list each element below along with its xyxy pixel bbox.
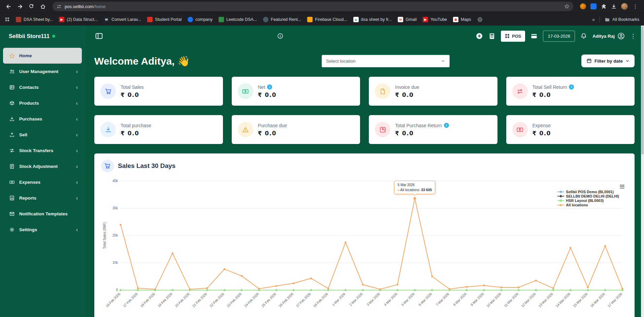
address-bar[interactable]: pos.sellbii.com/home <box>53 2 573 11</box>
svg-text:25 Feb 2026: 25 Feb 2026 <box>261 292 277 308</box>
sidebar-item-products[interactable]: Products‹ <box>3 95 82 111</box>
sidebar-item-purchases[interactable]: Purchases‹ <box>3 111 82 127</box>
location-select[interactable]: Select location <box>322 55 450 67</box>
forward-button[interactable] <box>15 1 25 11</box>
date-display[interactable]: 17-03-2026 <box>543 31 575 42</box>
sidebar-item-expenses[interactable]: Expenses‹ <box>3 174 82 190</box>
bookmarks-overflow-chevron[interactable]: » <box>592 17 595 22</box>
stat-label: Total Sales <box>121 84 143 90</box>
home-button[interactable] <box>38 1 48 11</box>
drive-favicon: ▲ <box>353 17 359 22</box>
chevron-collapsed-icon: ‹ <box>76 84 78 91</box>
legend-label: HSR Layout (BL0003) <box>566 199 604 203</box>
browser-menu-icon[interactable]: ⋮ <box>632 3 639 9</box>
profile-avatar[interactable] <box>621 3 628 10</box>
folder-icon <box>605 17 610 22</box>
chevron-collapsed-icon: ‹ <box>76 179 78 185</box>
bookmark-item-firebase-cloud[interactable]: Firebase Cloud... <box>307 17 347 22</box>
bookmark-item-featured-rent[interactable]: Featured Rent... <box>263 17 301 22</box>
svg-text:5 Mar 2026: 5 Mar 2026 <box>400 292 415 307</box>
bookmark-star-icon[interactable] <box>562 2 571 11</box>
sidebar-item-reports[interactable]: Reports‹ <box>3 190 82 206</box>
legend-marker-icon <box>557 195 564 198</box>
filter-by-date-button[interactable]: Filter by date <box>581 55 635 67</box>
sidebar-item-stock-adjustment[interactable]: Stock Adjustment‹ <box>3 158 82 174</box>
gmail-favicon: M <box>398 17 403 22</box>
stat-card-total-sales: Total Sales₹ 0.0 <box>94 77 223 106</box>
reload-button[interactable] <box>26 1 36 11</box>
bookmark-item[interactable] <box>477 17 483 22</box>
stat-value: ₹ 0.0 <box>395 130 449 137</box>
legend-item-all-locations[interactable]: All locations <box>557 203 619 207</box>
svg-text:18 Feb 2026: 18 Feb 2026 <box>140 292 156 308</box>
legend-item-sellbii-demo-delhi-delhi[interactable]: SELLBII DEMO DELHI (DELHI) <box>557 194 619 198</box>
bookmark-item-dsa-sheet-by-fr[interactable]: ▲dsa sheet by fr... <box>353 17 392 22</box>
back-button[interactable] <box>3 1 13 11</box>
svg-text:40k: 40k <box>112 179 118 183</box>
bookmark-item-gmail[interactable]: MGmail <box>398 17 417 22</box>
extension-icon[interactable] <box>590 3 597 9</box>
site-settings-icon[interactable] <box>57 4 62 9</box>
bookmark-item-youtube[interactable]: ▶YouTube <box>423 17 447 22</box>
sidebar-item-contacts[interactable]: Contacts‹ <box>3 79 82 95</box>
reports-icon <box>9 195 15 201</box>
svg-text:22 Feb 2026: 22 Feb 2026 <box>209 292 225 308</box>
bookmark-item-leetcode-dsa[interactable]: Leetcode DSA... <box>219 17 257 22</box>
pos-button[interactable]: POS <box>501 31 525 42</box>
filter-by-date-label: Filter by date <box>594 59 623 64</box>
info-icon[interactable]: i <box>444 123 449 128</box>
legend-label: All locations <box>566 203 588 207</box>
url-path: /home <box>93 4 105 9</box>
chevron-collapsed-icon: ‹ <box>76 164 78 170</box>
bookmark-item-student-portal[interactable]: Student Portal <box>147 17 182 22</box>
sidebar-item-label: Expenses <box>19 180 40 185</box>
bookmark-item-dsa-sheet-by[interactable]: DSA Sheet by... <box>16 17 53 22</box>
page-scrollbar[interactable] <box>641 26 644 317</box>
bookmark-item-maps[interactable]: ◉Maps <box>453 17 471 22</box>
student-portal-favicon <box>147 17 153 22</box>
card-payment-button[interactable] <box>530 33 538 40</box>
calculator-button[interactable] <box>488 33 495 40</box>
stat-value: ₹ 0.0 <box>533 92 574 98</box>
topbar-more-icon[interactable]: ⋮ <box>630 33 636 40</box>
sidebar-item-label: User Management <box>19 69 58 74</box>
apps-grid-icon[interactable] <box>5 17 10 22</box>
chart-tooltip: 5 Mar 2026 ● All locations: 33 605 <box>394 181 436 194</box>
sidebar-item-sell[interactable]: Sell‹ <box>3 127 82 143</box>
info-icon[interactable]: i <box>569 84 574 90</box>
collapse-sidebar-button[interactable] <box>95 32 103 40</box>
sidebar-item-user-management[interactable]: User Management‹ <box>3 64 82 79</box>
svg-text:14 Mar 2026: 14 Mar 2026 <box>555 292 571 308</box>
sidebar-item-stock-transfers[interactable]: Stock Transfers‹ <box>3 143 82 158</box>
bookmark-item-company[interactable]: company <box>188 17 213 22</box>
legend-item-sellbii-pos-demo-bl0001[interactable]: Sellbii POS Demo (BL0001) <box>557 190 619 194</box>
download-icon <box>100 122 116 137</box>
svg-text:16 Mar 2026: 16 Mar 2026 <box>590 292 606 308</box>
extension-icon[interactable] <box>580 3 586 9</box>
sidebar-item-home[interactable]: Home <box>3 48 82 64</box>
info-icon[interactable]: i <box>267 84 272 90</box>
notifications-bell-icon[interactable] <box>580 33 587 39</box>
user-name: Aditya Raj <box>592 34 615 39</box>
scrollbar-thumb[interactable] <box>641 26 644 154</box>
sidebar-nav: HomeUser Management‹Contacts‹Products‹Pu… <box>0 46 85 238</box>
sidebar-item-notification-templates[interactable]: Notification Templates <box>3 206 82 222</box>
bookmark-label: dsa sheet by fr... <box>361 17 392 22</box>
add-circle-button[interactable] <box>476 32 483 40</box>
all-bookmarks-button[interactable]: All Bookmarks <box>605 17 639 22</box>
legend-marker-icon <box>557 190 564 193</box>
pos-button-label: POS <box>512 34 521 39</box>
chart-context-menu-icon[interactable] <box>620 184 624 189</box>
pos-grid-icon <box>505 34 510 38</box>
url-host: pos.sellbii.com <box>65 4 93 9</box>
legend-item-hsr-layout-bl0003[interactable]: HSR Layout (BL0003) <box>557 199 619 203</box>
downloads-icon[interactable] <box>611 4 617 9</box>
bookmark-item-2-data-struct[interactable]: ▶(2) Data Struct... <box>59 17 98 22</box>
info-icon[interactable] <box>277 33 283 39</box>
legend-marker-icon <box>557 199 564 202</box>
sidebar-item-settings[interactable]: Settings‹ <box>3 222 82 238</box>
svg-text:Total Sales (INR): Total Sales (INR) <box>102 222 106 249</box>
extensions-puzzle-icon[interactable] <box>601 4 607 9</box>
bookmark-item-convert-larav[interactable]: MConvert Larav... <box>104 17 141 22</box>
user-menu[interactable]: Aditya Raj <box>592 32 625 40</box>
